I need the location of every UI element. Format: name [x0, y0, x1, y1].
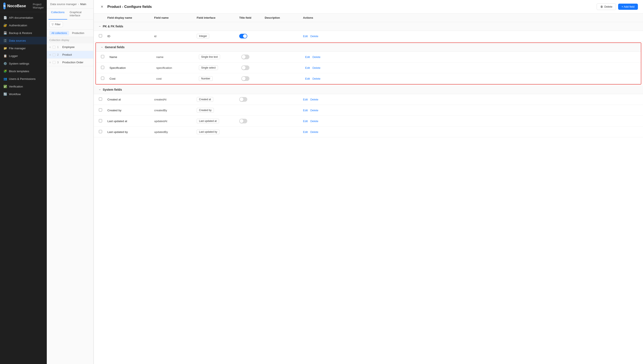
field-checkbox-name[interactable] [101, 55, 104, 58]
toggle-knob [243, 34, 247, 38]
pk-fk-section-row: − PK & FK fields [94, 22, 643, 31]
breadcrumb-parent[interactable]: Data source manager [50, 2, 77, 6]
system-section-toggle[interactable]: − [99, 88, 101, 91]
title-field-toggle-cost[interactable] [241, 76, 250, 81]
sidebar-item-label: Backup & Restore [9, 32, 32, 34]
field-actions-created-by: Edit Delete [303, 109, 329, 112]
field-name-created-at: createdAt [154, 98, 197, 101]
system-section-row: − System fields [94, 85, 643, 94]
filter-button[interactable]: ▽ Filter [49, 22, 63, 27]
field-checkbox-created-at[interactable] [99, 98, 102, 101]
col-actions: Actions [303, 16, 329, 19]
sidebar-item-file-manager[interactable]: 📁 File manager [0, 44, 47, 52]
delete-link-name[interactable]: Delete [312, 56, 320, 58]
system-section-label: System fields [103, 88, 122, 91]
main-area: Data source manager › Main Collections G… [47, 0, 643, 364]
field-checkbox-id[interactable] [99, 34, 102, 38]
collection-item-employee[interactable]: ≡ 1 Employee [47, 43, 93, 51]
field-interface-created-by: Created by [197, 108, 214, 112]
sidebar-item-verification[interactable]: ✅ Verification [0, 82, 47, 90]
sidebar-item-users-permissions[interactable]: 👥 Users & Permissions [0, 75, 47, 82]
blocks-icon: 🧩 [4, 70, 7, 73]
edit-link-name[interactable]: Edit [305, 56, 310, 58]
title-field-toggle-created-at[interactable] [239, 97, 247, 102]
edit-link-cost[interactable]: Edit [305, 77, 310, 80]
field-checkbox-created-by[interactable] [99, 108, 102, 112]
filter-icon: ▽ [52, 23, 54, 26]
sub-tab-all[interactable]: All collections [49, 31, 69, 36]
modal-title: Product - Configure fields [107, 5, 152, 9]
collection-name: Employee [62, 46, 75, 49]
sidebar-item-backup-restore[interactable]: 💾 Backup & Restore [0, 29, 47, 37]
delete-link-id[interactable]: Delete [310, 34, 318, 38]
delete-link-updated-by[interactable]: Delete [310, 130, 318, 134]
sidebar-item-workflow[interactable]: 🔄 Workflow [0, 90, 47, 98]
field-display-name: Name [110, 56, 156, 58]
sidebar-item-label: Users & Permissions [9, 77, 36, 80]
delete-link-created-at[interactable]: Delete [310, 98, 318, 101]
sidebar-item-label: Block templates [9, 70, 29, 73]
field-display-id: ID [107, 34, 154, 38]
modal-actions: 🗑 Delete + Add field [597, 4, 638, 10]
sidebar-item-system-settings[interactable]: ⚙️ System settings [0, 60, 47, 67]
field-checkbox-updated-at[interactable] [99, 119, 102, 122]
sidebar-item-data-sources[interactable]: 🗄️ Data sources [0, 37, 47, 44]
sidebar-item-label: API documentation [9, 16, 33, 19]
collection-item-product[interactable]: ≡ 2 Product [47, 51, 93, 58]
sidebar-item-label: System settings [9, 62, 29, 65]
users-icon: 👥 [4, 77, 7, 80]
col-display-name: Field display name [107, 16, 154, 19]
verification-icon: ✅ [4, 85, 7, 88]
sidebar-item-authentication[interactable]: 🔐 Authentication [0, 22, 47, 29]
sub-tabs: All collections Production [47, 30, 93, 37]
delete-link-specification[interactable]: Delete [312, 66, 320, 70]
sub-tab-production[interactable]: Production [70, 31, 86, 36]
field-name-created-by: createdBy [154, 109, 197, 112]
sidebar-item-block-templates[interactable]: 🧩 Block templates [0, 67, 47, 75]
field-actions-created-at: Edit Delete [303, 98, 329, 101]
edit-link-created-by[interactable]: Edit [303, 109, 308, 112]
left-panel: Data source manager › Main Collections G… [47, 0, 94, 364]
sidebar: N NocoBase Project Manager 📄 API documen… [0, 0, 47, 364]
delete-link-cost[interactable]: Delete [312, 77, 320, 80]
title-field-toggle-specification[interactable] [241, 66, 250, 70]
delete-link-created-by[interactable]: Delete [310, 109, 318, 112]
title-field-toggle-updated-at[interactable] [239, 119, 247, 124]
field-checkbox-cost[interactable] [101, 77, 104, 80]
api-icon: 📄 [4, 16, 7, 19]
field-actions-specification: Edit Delete [305, 66, 331, 70]
edit-link-created-at[interactable]: Edit [303, 98, 308, 101]
tab-collections[interactable]: Collections [49, 8, 67, 20]
close-button[interactable]: ✕ [99, 4, 105, 10]
edit-link-id[interactable]: Edit [303, 34, 308, 38]
tab-graphical[interactable]: Graphical interface [67, 8, 92, 20]
field-display-created-by: Created by [107, 109, 154, 112]
edit-link-updated-by[interactable]: Edit [303, 130, 308, 134]
field-actions-updated-at: Edit Delete [303, 120, 329, 123]
edit-link-updated-at[interactable]: Edit [303, 120, 308, 123]
field-checkbox-specification[interactable] [101, 66, 104, 69]
drag-handle: ≡ [49, 61, 51, 64]
collection-item-production-order[interactable]: ≡ 3 Production Order [47, 58, 93, 66]
field-checkbox-updated-by[interactable] [99, 130, 102, 133]
general-fields-section: − General fields Name name Single line t… [95, 42, 641, 84]
field-name-cost: cost [156, 77, 199, 80]
workflow-icon: 🔄 [4, 92, 7, 96]
sidebar-header: N NocoBase Project Manager [0, 0, 47, 12]
collection-checkbox[interactable] [53, 61, 56, 64]
col-description: Description [265, 16, 303, 19]
sidebar-item-logger[interactable]: 📋 Logger [0, 52, 47, 60]
collection-checkbox[interactable] [53, 53, 56, 56]
delete-link-updated-at[interactable]: Delete [310, 120, 318, 123]
title-field-toggle-name[interactable] [241, 54, 250, 59]
sidebar-item-api-documentation[interactable]: 📄 API documentation [0, 14, 47, 22]
breadcrumb-current: Main [80, 2, 86, 6]
general-section-toggle[interactable]: − [101, 46, 103, 49]
filemanager-icon: 📁 [4, 46, 7, 50]
add-field-button[interactable]: + Add field [618, 4, 638, 10]
collection-checkbox[interactable] [53, 46, 56, 49]
delete-button[interactable]: 🗑 Delete [597, 4, 616, 10]
title-field-toggle-id[interactable] [239, 34, 247, 38]
edit-link-specification[interactable]: Edit [305, 66, 310, 70]
section-toggle[interactable]: − [99, 25, 101, 28]
